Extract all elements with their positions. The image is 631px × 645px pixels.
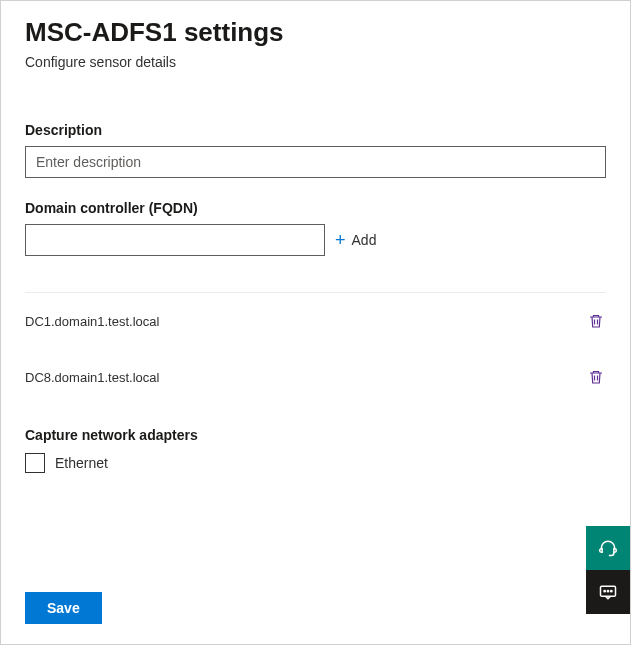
chat-icon: [598, 582, 618, 602]
trash-icon: [588, 369, 604, 385]
feedback-button[interactable]: [586, 570, 630, 614]
delete-button[interactable]: [586, 367, 606, 387]
settings-panel: MSC-ADFS1 settings Configure sensor deta…: [0, 0, 631, 645]
adapter-checkbox[interactable]: [25, 453, 45, 473]
description-field-group: Description: [25, 122, 606, 178]
domain-controller-row: DC1.domain1.test.local: [25, 293, 606, 349]
adapters-label: Capture network adapters: [25, 427, 606, 443]
svg-point-2: [607, 591, 608, 592]
plus-icon: +: [335, 231, 346, 249]
domain-controller-row: DC8.domain1.test.local: [25, 349, 606, 405]
save-button[interactable]: Save: [25, 592, 102, 624]
description-input[interactable]: [25, 146, 606, 178]
fqdn-field-group: Domain controller (FQDN) + Add: [25, 200, 606, 256]
headset-icon: [598, 538, 618, 558]
delete-button[interactable]: [586, 311, 606, 331]
floating-buttons: [586, 526, 630, 614]
add-button[interactable]: + Add: [335, 231, 376, 249]
svg-point-3: [611, 591, 612, 592]
network-adapters-section: Capture network adapters Ethernet: [25, 427, 606, 473]
fqdn-input[interactable]: [25, 224, 325, 256]
trash-icon: [588, 313, 604, 329]
adapter-row: Ethernet: [25, 453, 606, 473]
support-button[interactable]: [586, 526, 630, 570]
adapter-name: Ethernet: [55, 455, 108, 471]
domain-controller-name: DC8.domain1.test.local: [25, 370, 159, 385]
fqdn-label: Domain controller (FQDN): [25, 200, 606, 216]
page-title: MSC-ADFS1 settings: [25, 17, 606, 48]
svg-point-1: [604, 591, 605, 592]
domain-controller-name: DC1.domain1.test.local: [25, 314, 159, 329]
add-button-label: Add: [352, 232, 377, 248]
page-subtitle: Configure sensor details: [25, 54, 606, 70]
description-label: Description: [25, 122, 606, 138]
